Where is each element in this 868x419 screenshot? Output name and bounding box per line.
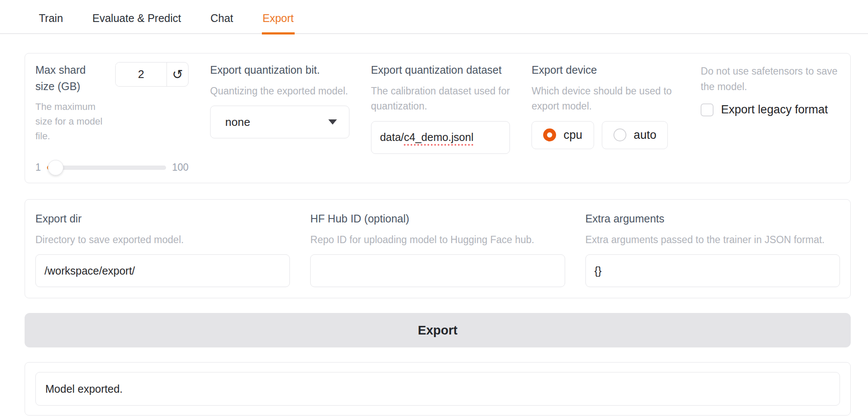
export-device-info: Which device should be used to export mo… xyxy=(531,84,679,114)
max-shard-size-number-input[interactable] xyxy=(116,63,167,86)
export-paths-card: Export dir Directory to save exported mo… xyxy=(25,199,851,298)
tab-bar: Train Evaluate & Predict Chat Export xyxy=(0,0,868,34)
radio-selected-icon xyxy=(543,128,556,141)
radio-unselected-icon xyxy=(613,128,626,141)
export-device-label: Export device xyxy=(531,62,679,78)
tab-chat[interactable]: Chat xyxy=(210,12,234,34)
tab-train[interactable]: Train xyxy=(38,12,64,34)
tab-export[interactable]: Export xyxy=(262,12,295,34)
dataset-path-head: data/ xyxy=(380,131,404,144)
radio-option-cpu[interactable]: cpu xyxy=(531,121,594,149)
export-legacy-format-label: Export legacy format xyxy=(721,103,828,116)
legacy-format-info: Do not use safetensors to save the model… xyxy=(701,64,840,94)
export-dir-field: Export dir Directory to save exported mo… xyxy=(35,211,290,287)
export-quantization-bit-label: Export quantization bit. xyxy=(210,62,349,78)
export-dir-info: Directory to save exported model. xyxy=(35,232,290,248)
extra-arguments-field: Extra arguments Extra arguments passed t… xyxy=(585,211,840,287)
chevron-down-icon xyxy=(328,119,337,125)
hf-hub-id-label: HF Hub ID (optional) xyxy=(310,211,565,227)
export-dir-label: Export dir xyxy=(35,211,290,227)
export-quantization-bit-dropdown[interactable]: none xyxy=(210,106,349,138)
tab-evaluate-predict[interactable]: Evaluate & Predict xyxy=(91,12,182,34)
export-legacy-format-field: Do not use safetensors to save the model… xyxy=(701,62,840,173)
max-shard-size-number-box: ↺ xyxy=(115,62,189,87)
max-shard-size-field: Max shard size (GB) The maximum size for… xyxy=(35,62,189,173)
radio-option-auto[interactable]: auto xyxy=(602,121,668,149)
slider-thumb[interactable] xyxy=(48,160,63,175)
reset-icon[interactable]: ↺ xyxy=(167,63,188,86)
max-shard-size-slider[interactable] xyxy=(47,166,166,170)
output-textbox[interactable]: Model exported. xyxy=(35,372,840,406)
output-card: Model exported. xyxy=(25,362,851,416)
dropdown-selected-value: none xyxy=(225,116,328,129)
max-shard-size-info: The maximum size for a model file. xyxy=(35,100,113,144)
export-quantization-dataset-label: Export quantization dataset xyxy=(371,62,510,78)
export-legacy-format-checkbox-row[interactable]: Export legacy format xyxy=(701,103,840,116)
export-tab-panel: Max shard size (GB) The maximum size for… xyxy=(0,34,868,416)
dataset-path-spellchecked: c4_demo.jsonl xyxy=(404,131,473,144)
radio-auto-label: auto xyxy=(634,128,657,142)
export-quantization-dataset-input[interactable]: data/c4_demo.jsonl xyxy=(371,121,510,154)
export-dir-input[interactable] xyxy=(35,254,290,287)
export-button[interactable]: Export xyxy=(25,313,851,347)
hf-hub-id-info: Repo ID for uploading model to Hugging F… xyxy=(310,232,565,248)
extra-arguments-input[interactable] xyxy=(585,254,840,287)
radio-cpu-label: cpu xyxy=(563,128,582,142)
slider-max-label: 100 xyxy=(172,162,189,173)
export-options-card: Max shard size (GB) The maximum size for… xyxy=(25,53,851,183)
checkbox-unchecked-icon[interactable] xyxy=(701,103,714,116)
hf-hub-id-field: HF Hub ID (optional) Repo ID for uploadi… xyxy=(310,211,565,287)
max-shard-size-label: Max shard size (GB) xyxy=(35,62,100,94)
export-quantization-bit-info: Quantizing the exported model. xyxy=(210,84,349,99)
extra-arguments-label: Extra arguments xyxy=(585,211,840,227)
export-device-field: Export device Which device should be use… xyxy=(531,62,679,173)
export-quantization-dataset-info: The calibration dataset used for quantiz… xyxy=(371,84,510,114)
slider-min-label: 1 xyxy=(35,162,41,173)
hf-hub-id-input[interactable] xyxy=(310,254,565,287)
extra-arguments-info: Extra arguments passed to the trainer in… xyxy=(585,232,840,248)
export-quantization-bit-field: Export quantization bit. Quantizing the … xyxy=(210,62,349,173)
export-quantization-dataset-field: Export quantization dataset The calibrat… xyxy=(371,62,510,173)
